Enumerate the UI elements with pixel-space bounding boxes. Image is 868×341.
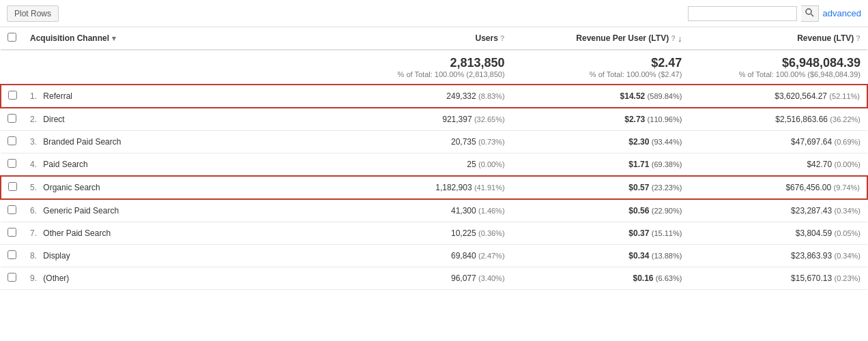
- row-revenue: $676,456.00 (9.74%): [689, 176, 867, 199]
- row-users-pct: (0.36%): [478, 229, 505, 237]
- row-revenue: $15,670.13 (0.23%): [689, 267, 867, 290]
- search-icon: [805, 8, 814, 17]
- row-rank: 7.: [30, 228, 37, 238]
- row-users-value: 249,332: [446, 91, 476, 101]
- row-checkbox-cell[interactable]: [1, 108, 23, 131]
- table-row: 3. Branded Paid Search 20,735 (0.73%) $2…: [1, 131, 867, 153]
- channel-header[interactable]: Acquisition Channel ▾: [23, 27, 343, 50]
- row-checkbox[interactable]: [8, 91, 17, 100]
- row-channel-name: Branded Paid Search: [43, 137, 121, 147]
- row-users: 20,735 (0.73%): [343, 131, 512, 153]
- row-checkbox-cell[interactable]: [1, 153, 23, 177]
- total-users-value: 2,813,850: [450, 56, 505, 70]
- row-rev-per-user: $0.56 (22.90%): [512, 199, 689, 222]
- row-users: 249,332 (8.83%): [343, 85, 512, 108]
- row-checkbox[interactable]: [8, 114, 16, 123]
- plot-rows-button[interactable]: Plot Rows: [7, 5, 59, 22]
- row-rev-per-user-pct: (589.84%): [648, 92, 682, 100]
- row-users-value: 1,182,903: [435, 183, 472, 192]
- row-rev-per-user-pct: (15.11%): [652, 229, 682, 237]
- row-users: 41,300 (1.46%): [343, 199, 512, 222]
- row-users-value: 69,840: [451, 251, 476, 261]
- row-rev-per-user-value: $2.73: [624, 115, 645, 124]
- toolbar-left: Plot Rows: [7, 5, 59, 22]
- total-rev-per-user-value: $2.47: [651, 56, 682, 70]
- table-row: 7. Other Paid Search 10,225 (0.36%) $0.3…: [1, 222, 867, 245]
- row-checkbox[interactable]: [8, 273, 16, 282]
- users-help-icon: ?: [500, 34, 505, 42]
- row-checkbox[interactable]: [8, 250, 16, 259]
- row-rev-per-user-pct: (110.96%): [648, 115, 682, 123]
- row-revenue-pct: (36.22%): [830, 115, 860, 123]
- row-checkbox-cell[interactable]: [1, 222, 23, 245]
- row-rev-per-user-value: $1.71: [628, 160, 649, 169]
- row-users-value: 20,735: [451, 137, 476, 147]
- row-rank: 4.: [30, 160, 37, 169]
- row-checkbox[interactable]: [8, 159, 16, 168]
- row-revenue-value: $15,670.13: [791, 273, 832, 283]
- row-channel-name: Generic Paid Search: [43, 206, 119, 216]
- row-checkbox-cell[interactable]: [1, 176, 23, 199]
- row-channel-name: (Other): [43, 273, 69, 283]
- row-revenue-value: $23,863.93: [791, 251, 832, 261]
- total-users-sub: % of Total: 100.00% (2,813,850): [349, 70, 505, 78]
- revenue-help-icon: ?: [856, 34, 860, 42]
- advanced-link[interactable]: advanced: [823, 8, 861, 18]
- row-channel-name: Paid Search: [43, 160, 87, 169]
- select-all-checkbox[interactable]: [8, 33, 16, 42]
- row-channel: 5. Organic Search: [23, 176, 343, 199]
- row-users-value: 41,300: [451, 206, 476, 216]
- row-checkbox-cell[interactable]: [1, 85, 23, 108]
- svg-point-0: [806, 9, 811, 14]
- rev-per-user-sort-icon[interactable]: ↓: [678, 33, 682, 44]
- row-revenue-value: $3,804.59: [796, 228, 832, 238]
- row-channel-name: Direct: [43, 115, 64, 124]
- channel-sort-icon[interactable]: ▾: [112, 34, 116, 43]
- row-checkbox[interactable]: [8, 182, 17, 191]
- row-rev-per-user-value: $0.56: [628, 206, 649, 216]
- rev-per-user-header-label: Revenue Per User (LTV): [576, 33, 669, 43]
- row-rev-per-user-value: $0.57: [628, 183, 649, 192]
- row-rev-per-user-value: $0.16: [633, 273, 653, 283]
- total-revenue-value: $6,948,084.39: [782, 56, 860, 70]
- row-rev-per-user-pct: (69.38%): [652, 160, 682, 168]
- row-revenue: $42.70 (0.00%): [689, 153, 867, 177]
- rev-per-user-header: Revenue Per User (LTV) ? ↓: [512, 27, 689, 50]
- row-revenue-pct: (0.23%): [834, 274, 860, 282]
- row-users-value: 10,225: [451, 228, 476, 238]
- select-all-checkbox-cell[interactable]: [1, 27, 23, 50]
- row-rev-per-user: $0.16 (6.63%): [512, 267, 689, 290]
- row-users: 1,182,903 (41.91%): [343, 176, 512, 199]
- row-checkbox-cell[interactable]: [1, 131, 23, 153]
- row-checkbox[interactable]: [8, 205, 16, 214]
- row-channel: 2. Direct: [23, 108, 343, 131]
- data-table: Acquisition Channel ▾ Users ? Revenue Pe…: [0, 27, 868, 290]
- row-users-pct: (32.65%): [474, 115, 505, 123]
- row-checkbox-cell[interactable]: [1, 199, 23, 222]
- row-users: 921,397 (32.65%): [343, 108, 512, 131]
- row-checkbox-cell[interactable]: [1, 267, 23, 290]
- row-rev-per-user: $1.71 (69.38%): [512, 153, 689, 177]
- row-revenue-pct: (0.34%): [834, 207, 860, 215]
- row-channel: 4. Paid Search: [23, 153, 343, 177]
- search-input[interactable]: [688, 6, 797, 21]
- users-header-label: Users: [475, 33, 497, 43]
- totals-row: 2,813,850 % of Total: 100.00% (2,813,850…: [1, 50, 867, 85]
- table-row: 9. (Other) 96,077 (3.40%) $0.16 (6.63%) …: [1, 267, 867, 290]
- row-rev-per-user-value: $0.37: [628, 228, 649, 238]
- row-users-pct: (8.83%): [478, 92, 505, 100]
- row-revenue-value: $2,516,863.66: [775, 115, 828, 124]
- row-revenue-pct: (0.05%): [834, 229, 860, 237]
- row-checkbox[interactable]: [8, 136, 16, 145]
- row-checkbox[interactable]: [8, 228, 16, 237]
- search-button[interactable]: [801, 5, 819, 22]
- table-header-row: Acquisition Channel ▾ Users ? Revenue Pe…: [1, 27, 867, 50]
- table-row: 8. Display 69,840 (2.47%) $0.34 (13.88%)…: [1, 245, 867, 267]
- row-checkbox-cell[interactable]: [1, 245, 23, 267]
- total-revenue-sub: % of Total: 100.00% ($6,948,084.39): [695, 70, 860, 78]
- row-users-pct: (41.91%): [474, 183, 505, 192]
- row-users: 10,225 (0.36%): [343, 222, 512, 245]
- row-users: 69,840 (2.47%): [343, 245, 512, 267]
- row-rank: 6.: [30, 206, 37, 216]
- revenue-header: Revenue (LTV) ?: [689, 27, 867, 50]
